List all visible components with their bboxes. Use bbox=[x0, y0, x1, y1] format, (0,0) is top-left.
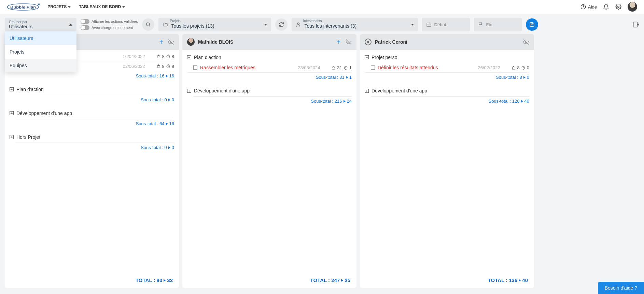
svg-point-22 bbox=[513, 66, 514, 67]
toggles: Afficher les actions validées Avec charg… bbox=[81, 19, 138, 30]
refresh-button[interactable] bbox=[275, 18, 288, 31]
section: +Développement d'une appSous-total : 216… bbox=[187, 85, 352, 107]
help-widget[interactable]: Besoin d'aide ? bbox=[598, 282, 644, 294]
dropdown-item-users[interactable]: Utilisateurs bbox=[5, 31, 76, 45]
nav-projects-label: PROJETS bbox=[47, 4, 67, 9]
task-row[interactable]: Rassembler les métriques23/08/202431 1 bbox=[187, 63, 352, 73]
help-link[interactable]: Aide bbox=[580, 4, 597, 10]
section-title: Plan d'action bbox=[194, 55, 221, 60]
search-button[interactable] bbox=[142, 18, 154, 31]
play-icon bbox=[166, 75, 168, 77]
weight-icon bbox=[156, 64, 161, 69]
play-icon bbox=[341, 279, 343, 282]
section: +Développement d'une appSous-total : 128… bbox=[365, 85, 529, 107]
nav-dashboards-label: TABLEAUX DE BORD bbox=[79, 4, 121, 9]
section-header[interactable]: +Développement d'une app bbox=[187, 85, 352, 96]
nav-right: Aide bbox=[580, 2, 637, 12]
task-name: Définir les résultats attendus bbox=[378, 65, 475, 70]
total-b: 32 bbox=[167, 277, 173, 283]
column-body: 16/04/20228 8BASE Réseau02/06/20228 8Sou… bbox=[5, 50, 179, 274]
intervenants-value: Tous les intervenants (3) bbox=[305, 23, 357, 29]
section-header[interactable]: +Plan d'action bbox=[10, 84, 174, 95]
weight-icon bbox=[331, 65, 336, 70]
add-task-button[interactable]: + bbox=[335, 38, 342, 46]
play-icon bbox=[519, 279, 521, 282]
play-icon bbox=[521, 100, 523, 103]
clock-icon bbox=[166, 54, 170, 59]
toggle-charge[interactable]: Avec charge uniquement bbox=[81, 25, 138, 30]
task-date: 16/04/2022 bbox=[123, 54, 154, 59]
section-title: Projet perso bbox=[372, 55, 397, 60]
total-label: TOTAL : 247 bbox=[310, 277, 340, 283]
section-header[interactable]: +Développement d'une app bbox=[365, 85, 529, 96]
calendar-icon bbox=[426, 22, 432, 27]
subtotal-b: 1 bbox=[349, 75, 352, 80]
hide-column-button[interactable] bbox=[346, 39, 352, 45]
projects-select[interactable]: Projets Tous les projets (13) bbox=[158, 18, 271, 31]
svg-point-5 bbox=[297, 23, 299, 25]
svg-point-1 bbox=[583, 8, 584, 8]
section-header[interactable]: +Développement d'une app bbox=[10, 108, 174, 119]
section-header[interactable]: +Hors Projet bbox=[10, 132, 174, 143]
intervenants-label: Intervenants bbox=[303, 19, 322, 23]
dropdown-item-teams[interactable]: Équipes bbox=[5, 59, 76, 72]
task-checkbox[interactable] bbox=[193, 65, 197, 70]
caret-down-icon bbox=[122, 6, 125, 8]
switch-icon bbox=[81, 19, 89, 24]
dropdown-item-projects[interactable]: Projets bbox=[5, 45, 76, 59]
help-icon bbox=[580, 4, 586, 10]
nav-dashboards[interactable]: TABLEAUX DE BORD bbox=[79, 4, 125, 9]
task-row[interactable]: Définir les résultats attendus26/02/2022… bbox=[365, 63, 529, 73]
nav-projects[interactable]: PROJETS bbox=[47, 4, 71, 9]
weight-icon bbox=[512, 65, 516, 70]
folder-icon bbox=[163, 22, 168, 27]
clock-icon bbox=[166, 64, 170, 69]
hide-column-button[interactable] bbox=[168, 39, 174, 45]
date-end-input[interactable]: Fin bbox=[474, 18, 522, 31]
subtotal-label: Sous-total : 8 bbox=[496, 75, 522, 80]
section-header[interactable]: −Plan d'action bbox=[187, 52, 352, 63]
toggle-charge-label: Avec charge uniquement bbox=[92, 26, 133, 30]
save-button[interactable] bbox=[526, 18, 538, 31]
section: −Projet persoDéfinir les résultats atten… bbox=[365, 52, 529, 83]
task-metrics: 8 0 bbox=[512, 65, 529, 70]
group-by-select[interactable]: Grouper par Utilisateurs bbox=[5, 18, 76, 31]
user-column: Mathilde BLOIS+−Plan d'actionRassembler … bbox=[182, 34, 356, 288]
logo[interactable]: Bubble Plan bbox=[6, 3, 39, 11]
svg-point-2 bbox=[618, 6, 619, 8]
export-button[interactable] bbox=[632, 21, 639, 28]
add-task-button[interactable]: + bbox=[158, 38, 165, 46]
play-icon bbox=[346, 76, 348, 79]
play-icon bbox=[168, 99, 170, 101]
section-header[interactable]: −Projet perso bbox=[365, 52, 529, 63]
task-checkbox[interactable] bbox=[371, 65, 375, 70]
section-subtotal: Sous-total : 31 1 bbox=[187, 73, 352, 83]
settings-button[interactable] bbox=[615, 4, 621, 10]
section-subtotal: Sous-total : 0 0 bbox=[10, 143, 174, 153]
group-by-dropdown: Utilisateurs Projets Équipes bbox=[5, 31, 76, 72]
column-user-name: Patrick Ceroni bbox=[375, 39, 520, 45]
subtotal-b: 16 bbox=[169, 73, 174, 78]
section-subtotal: Sous-total : 216 24 bbox=[187, 97, 352, 107]
section: +Hors ProjetSous-total : 0 0 bbox=[10, 132, 174, 153]
date-start-label: Début bbox=[434, 22, 446, 27]
avatar[interactable] bbox=[628, 2, 637, 12]
svg-point-14 bbox=[158, 55, 159, 56]
section-title: Développement d'une app bbox=[16, 111, 72, 116]
section-title: Hors Projet bbox=[16, 134, 40, 140]
notifications-button[interactable] bbox=[603, 4, 609, 10]
task-metrics: 31 1 bbox=[331, 65, 352, 70]
date-start-input[interactable]: Début bbox=[422, 18, 470, 31]
hide-column-button[interactable] bbox=[523, 39, 529, 45]
toggle-validated-label: Afficher les actions validées bbox=[92, 19, 138, 24]
intervenants-select[interactable]: Intervenants Tous les intervenants (3) bbox=[292, 18, 418, 31]
export-icon bbox=[632, 21, 639, 28]
total-label: TOTAL : 80 bbox=[136, 277, 162, 283]
toolbar: Grouper par Utilisateurs Utilisateurs Pr… bbox=[0, 14, 644, 34]
column-total: TOTAL : 8032 bbox=[5, 274, 179, 288]
toggle-validated[interactable]: Afficher les actions validées bbox=[81, 19, 138, 24]
column-header: Patrick Ceroni bbox=[360, 34, 534, 50]
task-metrics: 8 8 bbox=[156, 54, 174, 59]
task-time: 0 bbox=[527, 65, 529, 70]
play-icon bbox=[168, 146, 170, 149]
